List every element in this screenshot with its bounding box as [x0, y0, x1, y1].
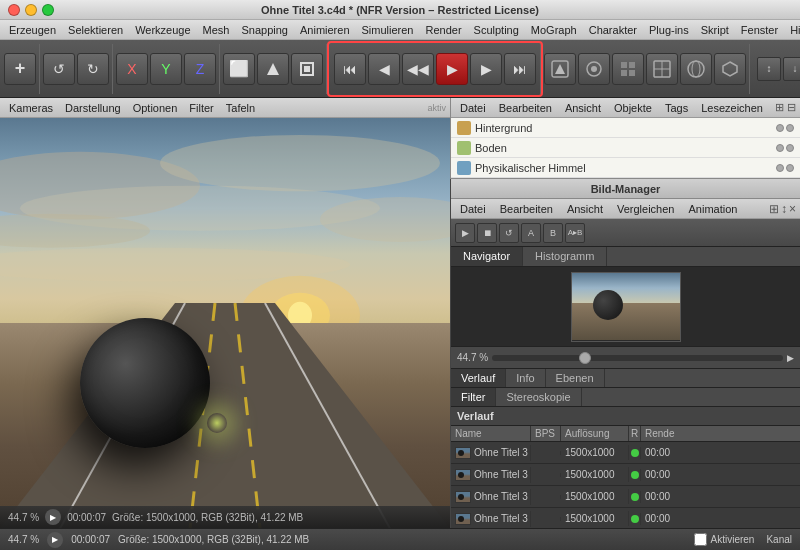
bild-tb-3[interactable]: ↺ — [499, 223, 519, 243]
dot-2[interactable] — [786, 124, 794, 132]
tab-verlauf[interactable]: Verlauf — [451, 369, 506, 387]
bild-menu-vergleichen[interactable]: Vergleichen — [612, 202, 680, 216]
bild-menu-datei[interactable]: Datei — [455, 202, 491, 216]
bild-tb-2[interactable]: ⏹ — [477, 223, 497, 243]
menu-werkzeuge[interactable]: Werkzeuge — [130, 23, 195, 37]
table-header: Name BPS Auflösung R Rende — [451, 426, 800, 442]
zoom-thumb[interactable] — [579, 352, 591, 364]
render-image: 44.7 % ▶ 00:00:07 Größe: 1500x1000, RGB … — [0, 118, 450, 528]
anim-play-forward[interactable]: ▶ — [436, 53, 468, 85]
menu-plugins[interactable]: Plug-ins — [644, 23, 694, 37]
anim-goto-end[interactable]: ⏭ — [504, 53, 536, 85]
menu-skript[interactable]: Skript — [696, 23, 734, 37]
sub-menu-optionen[interactable]: Optionen — [128, 101, 183, 115]
sub-menu-filter[interactable]: Filter — [184, 101, 218, 115]
bild-tb-4[interactable]: A — [521, 223, 541, 243]
aktivieren-checkbox[interactable] — [694, 533, 707, 546]
view-btn-1[interactable] — [544, 53, 576, 85]
view-btn-5[interactable] — [680, 53, 712, 85]
bild-icon-1[interactable]: ⊞ — [769, 202, 779, 216]
menu-animieren[interactable]: Animieren — [295, 23, 355, 37]
preview-ball — [593, 290, 623, 320]
bild-menu-ansicht[interactable]: Ansicht — [562, 202, 608, 216]
menu-charakter[interactable]: Charakter — [584, 23, 642, 37]
bild-tb-1[interactable]: ▶ — [455, 223, 475, 243]
minimize-button[interactable] — [25, 4, 37, 16]
extra-btn-1[interactable]: ↕ — [757, 57, 781, 81]
bottom-play-button[interactable]: ▶ — [47, 532, 63, 548]
menu-fenster[interactable]: Fenster — [736, 23, 783, 37]
redo-button[interactable]: ↻ — [77, 53, 109, 85]
menu-simulieren[interactable]: Simulieren — [357, 23, 419, 37]
dot-1[interactable] — [776, 144, 784, 152]
zoom-slider[interactable] — [492, 355, 783, 361]
view-btn-3[interactable] — [612, 53, 644, 85]
dot-2[interactable] — [786, 164, 794, 172]
sub-menu-darstellung[interactable]: Darstellung — [60, 101, 126, 115]
bild-menu-animation[interactable]: Animation — [683, 202, 742, 216]
extra-btn-2[interactable]: ↓ — [783, 57, 800, 81]
dot-1[interactable] — [776, 124, 784, 132]
dot-2[interactable] — [786, 144, 794, 152]
view-btn-4[interactable] — [646, 53, 678, 85]
tab-navigator[interactable]: Navigator — [451, 247, 523, 266]
viewport[interactable]: 44.7 % ▶ 00:00:07 Größe: 1500x1000, RGB … — [0, 118, 450, 528]
obj-item-boden[interactable]: Boden — [451, 138, 800, 158]
obj-menu-datei[interactable]: Datei — [455, 101, 491, 115]
close-button[interactable] — [8, 4, 20, 16]
obj-icon-2[interactable]: ⊟ — [787, 101, 796, 114]
obj-menu-tags[interactable]: Tags — [660, 101, 693, 115]
bild-toolbar: ▶ ⏹ ↺ A B A▸B — [451, 219, 800, 247]
table-row[interactable]: Ohne Titel 3 * 1500x1000 00:00 — [451, 486, 800, 508]
dot-1[interactable] — [776, 164, 784, 172]
tab-info[interactable]: Info — [506, 369, 545, 387]
menu-snapping[interactable]: Snapping — [236, 23, 293, 37]
bild-tb-5[interactable]: B — [543, 223, 563, 243]
bild-tb-6[interactable]: A▸B — [565, 223, 585, 243]
maximize-button[interactable] — [42, 4, 54, 16]
row-3-dot — [631, 515, 639, 523]
tab-filter[interactable]: Filter — [451, 388, 496, 406]
anim-prev-frame[interactable]: ◀ — [368, 53, 400, 85]
shape-btn-1[interactable]: ⬜ — [223, 53, 255, 85]
view-btn-2[interactable] — [578, 53, 610, 85]
shape-btn-3[interactable] — [291, 53, 323, 85]
view-btn-6[interactable] — [714, 53, 746, 85]
tab-ebenen[interactable]: Ebenen — [546, 369, 605, 387]
tab-stereoskopie[interactable]: Stereoskopie — [496, 388, 581, 406]
tab-histogramm[interactable]: Histogramm — [523, 247, 607, 266]
obj-menu-objekte[interactable]: Objekte — [609, 101, 657, 115]
anim-next-frame[interactable]: ▶ — [470, 53, 502, 85]
undo-button[interactable]: ↺ — [43, 53, 75, 85]
menu-hilfe[interactable]: Hilfe — [785, 23, 800, 37]
anim-goto-start[interactable]: ⏮ — [334, 53, 366, 85]
sub-menu-tafeln[interactable]: Tafeln — [221, 101, 260, 115]
table-row[interactable]: Ohne Titel 3 * 1500x1000 00:00 — [451, 508, 800, 528]
obj-icon-1[interactable]: ⊞ — [775, 101, 784, 114]
shape-btn-2[interactable] — [257, 53, 289, 85]
obj-menu-ansicht[interactable]: Ansicht — [560, 101, 606, 115]
obj-item-phys-himmel[interactable]: Physikalischer Himmel — [451, 158, 800, 178]
menu-selektieren[interactable]: Selektieren — [63, 23, 128, 37]
bild-menu-bearbeiten[interactable]: Bearbeiten — [495, 202, 558, 216]
axis-x-button[interactable]: X — [116, 53, 148, 85]
obj-menu-bearbeiten[interactable]: Bearbeiten — [494, 101, 557, 115]
menu-erzeugen[interactable]: Erzeugen — [4, 23, 61, 37]
obj-item-hintergrund[interactable]: Hintergrund — [451, 118, 800, 138]
obj-menu-lesezeichen[interactable]: Lesezeichen — [696, 101, 768, 115]
create-button[interactable]: + — [4, 53, 36, 85]
menu-render[interactable]: Render — [420, 23, 466, 37]
axis-z-button[interactable]: Z — [184, 53, 216, 85]
axis-y-button[interactable]: Y — [150, 53, 182, 85]
viewport-play-button[interactable]: ▶ — [45, 509, 61, 525]
bild-icon-3[interactable]: × — [789, 202, 796, 216]
anim-play-backward[interactable]: ◀◀ — [402, 53, 434, 85]
sub-menu-kameras[interactable]: Kameras — [4, 101, 58, 115]
menu-mesh[interactable]: Mesh — [198, 23, 235, 37]
menu-sculpting[interactable]: Sculpting — [469, 23, 524, 37]
table-row[interactable]: Ohne Titel 3 * 1500x1000 00:00 — [451, 464, 800, 486]
bild-icon-2[interactable]: ↕ — [781, 202, 787, 216]
table-row[interactable]: Ohne Titel 3 * 1500x1000 00:00 — [451, 442, 800, 464]
boden-icon — [457, 141, 471, 155]
menu-mograph[interactable]: MoGraph — [526, 23, 582, 37]
